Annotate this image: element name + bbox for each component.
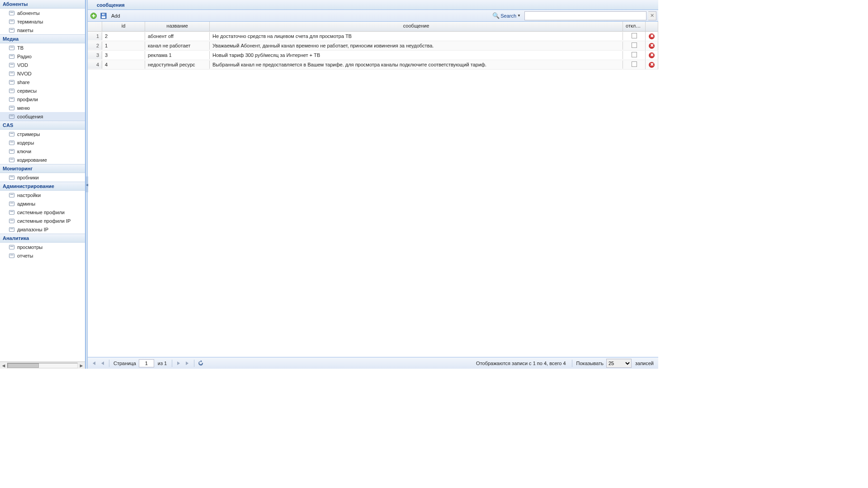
svg-rect-38: [9, 210, 14, 214]
cell-disabled[interactable]: [623, 41, 646, 50]
delete-icon[interactable]: ✖: [649, 33, 655, 39]
sidebar-item[interactable]: пакеты: [0, 26, 85, 34]
search-input[interactable]: [524, 11, 646, 20]
sidebar-group-header[interactable]: CAS: [0, 121, 85, 130]
cell-delete[interactable]: ✖: [646, 41, 658, 50]
sidebar-item-label: NVOD: [17, 71, 32, 76]
delete-icon[interactable]: ✖: [649, 52, 655, 58]
sidebar-group-header[interactable]: Аналитика: [0, 234, 85, 243]
column-rownum[interactable]: [88, 22, 102, 31]
search-dropdown-button[interactable]: 🔍 Search ▼: [491, 12, 523, 19]
sidebar-item[interactable]: абоненты: [0, 9, 85, 17]
sidebar-item[interactable]: ТВ: [0, 43, 85, 52]
checkbox-icon[interactable]: [632, 61, 637, 67]
svg-rect-33: [10, 176, 14, 177]
row-number: 4: [88, 61, 102, 69]
sidebar-item[interactable]: пробники: [0, 173, 85, 182]
column-id[interactable]: id: [102, 22, 145, 31]
sidebar-item[interactable]: терминалы: [0, 17, 85, 26]
sidebar-item-label: стримеры: [17, 131, 40, 137]
star-icon: [8, 87, 15, 94]
page-number-input[interactable]: [139, 359, 154, 367]
sidebar-group-header[interactable]: Абоненты: [0, 0, 85, 9]
sidebar-item[interactable]: системные профили IP: [0, 216, 85, 225]
sidebar-item[interactable]: диапазоны IP: [0, 225, 85, 234]
cell-delete[interactable]: ✖: [646, 32, 658, 41]
sidebar-item[interactable]: просмотры: [0, 243, 85, 251]
sidebar-group-header[interactable]: Администрирование: [0, 182, 85, 191]
checkbox-icon[interactable]: [632, 33, 637, 38]
table-row[interactable]: 12абонент offНе достаточно средств на ли…: [88, 32, 658, 41]
sidebar-item[interactable]: NVOD: [0, 69, 85, 78]
cell-message: Уважаемый Абонент, данный канал временно…: [210, 42, 623, 50]
svg-rect-30: [9, 158, 14, 162]
sidebar-item[interactable]: VOD: [0, 61, 85, 69]
sidebar-item[interactable]: админы: [0, 199, 85, 208]
column-disabled[interactable]: отключен: [623, 22, 646, 31]
delete-icon[interactable]: ✖: [649, 62, 655, 68]
sidebar-item[interactable]: кодирование: [0, 155, 85, 164]
sidebar-item[interactable]: ключи: [0, 147, 85, 155]
scroll-right-icon[interactable]: ►: [78, 362, 85, 369]
cell-disabled[interactable]: [623, 32, 646, 41]
sidebar-item[interactable]: настройки: [0, 191, 85, 199]
cell-name: канал не работает: [145, 42, 210, 50]
svg-rect-20: [9, 106, 14, 110]
svg-rect-0: [9, 11, 14, 15]
sidebar-item-label: настройки: [17, 192, 41, 198]
records-label: записей: [632, 361, 656, 366]
splitter[interactable]: ◄: [85, 0, 88, 369]
page-next-button[interactable]: [175, 359, 183, 367]
users-icon: [8, 9, 15, 17]
pagesize-select[interactable]: 25: [606, 359, 632, 368]
sidebar-group-header[interactable]: Медиа: [0, 34, 85, 43]
table-row[interactable]: 44недоступный ресурсВыбранный канал не п…: [88, 60, 658, 70]
scroll-left-icon[interactable]: ◄: [0, 362, 7, 369]
table-row[interactable]: 33реклама 1Новый тариф 300 руб/месяц за …: [88, 51, 658, 60]
refresh-button[interactable]: [197, 359, 205, 367]
checkbox-icon[interactable]: [632, 52, 637, 57]
scroll-track[interactable]: [7, 363, 78, 368]
sidebar-item[interactable]: системные профили: [0, 208, 85, 216]
page-first-button[interactable]: [90, 359, 98, 367]
sidebar-item[interactable]: share: [0, 78, 85, 86]
page-last-button[interactable]: [184, 359, 192, 367]
svg-rect-12: [9, 71, 14, 75]
add-button[interactable]: [90, 12, 98, 20]
svg-rect-34: [9, 193, 14, 197]
search-clear-button[interactable]: ✕: [648, 11, 656, 20]
sidebar-item[interactable]: стримеры: [0, 130, 85, 138]
svg-rect-52: [104, 14, 105, 15]
cell-delete[interactable]: ✖: [646, 60, 658, 69]
cell-disabled[interactable]: [623, 51, 646, 60]
svg-rect-16: [9, 89, 14, 93]
table-row[interactable]: 21канал не работаетУважаемый Абонент, да…: [88, 41, 658, 51]
sidebar-item[interactable]: сервисы: [0, 86, 85, 95]
splitter-collapse-handle[interactable]: ◄: [86, 177, 88, 192]
sidebar-group-header[interactable]: Мониторинг: [0, 164, 85, 173]
grid-body: 12абонент offНе достаточно средств на ли…: [88, 32, 658, 357]
delete-icon[interactable]: ✖: [649, 43, 655, 49]
add-text-button[interactable]: Add: [109, 13, 122, 19]
sidebar-item[interactable]: Радио: [0, 52, 85, 61]
checkbox-icon[interactable]: [632, 42, 637, 48]
page-prev-button[interactable]: [99, 359, 107, 367]
column-message[interactable]: сообщение: [210, 22, 623, 31]
sidebar-item[interactable]: профили: [0, 95, 85, 103]
cell-name: абонент off: [145, 32, 210, 40]
share-icon: [8, 79, 15, 86]
cell-disabled[interactable]: [623, 60, 646, 69]
scroll-thumb[interactable]: [8, 363, 39, 368]
sidebar-item[interactable]: кодеры: [0, 138, 85, 147]
column-delete: [646, 22, 658, 31]
column-name[interactable]: название: [145, 22, 210, 31]
svg-rect-47: [10, 254, 14, 255]
sidebar-h-scrollbar[interactable]: ◄ ►: [0, 361, 85, 369]
cell-delete[interactable]: ✖: [646, 51, 658, 60]
streamer-icon: [8, 131, 15, 138]
sidebar-item[interactable]: отчеты: [0, 251, 85, 260]
sidebar-item[interactable]: меню: [0, 103, 85, 112]
save-button[interactable]: [99, 12, 108, 20]
svg-rect-7: [10, 47, 14, 47]
sidebar-item[interactable]: сообщения: [0, 112, 85, 121]
